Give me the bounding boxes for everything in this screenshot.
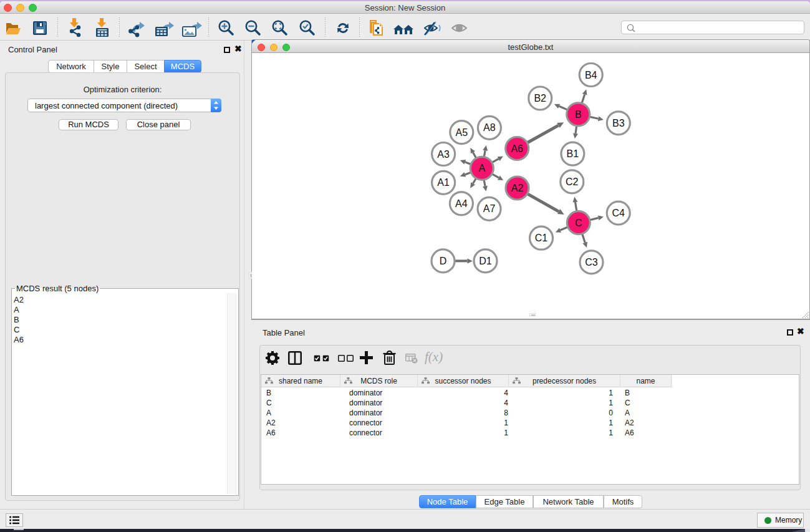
svg-text:C1: C1 <box>535 233 548 243</box>
svg-text:A5: A5 <box>456 127 468 138</box>
svg-text:C: C <box>575 218 582 228</box>
svg-text:D: D <box>440 256 447 266</box>
svg-text:A7: A7 <box>483 203 496 214</box>
svg-text:A: A <box>478 163 485 173</box>
svg-text:A4: A4 <box>455 198 468 209</box>
svg-text:C2: C2 <box>566 177 579 187</box>
svg-text:D1: D1 <box>479 256 492 266</box>
svg-text:C3: C3 <box>585 257 598 268</box>
svg-text:A8: A8 <box>483 122 496 133</box>
svg-text:f(x): f(x) <box>425 351 443 364</box>
svg-text:A6: A6 <box>511 143 523 154</box>
svg-text:B1: B1 <box>567 148 579 159</box>
svg-text:A1: A1 <box>437 177 450 188</box>
svg-text:B2: B2 <box>534 93 546 104</box>
svg-text:A2: A2 <box>511 183 524 193</box>
svg-text:B4: B4 <box>585 70 597 80</box>
svg-text:B: B <box>575 109 582 120</box>
svg-text:C4: C4 <box>612 208 625 218</box>
svg-text:B3: B3 <box>612 118 625 128</box>
svg-text:A3: A3 <box>437 149 450 160</box>
